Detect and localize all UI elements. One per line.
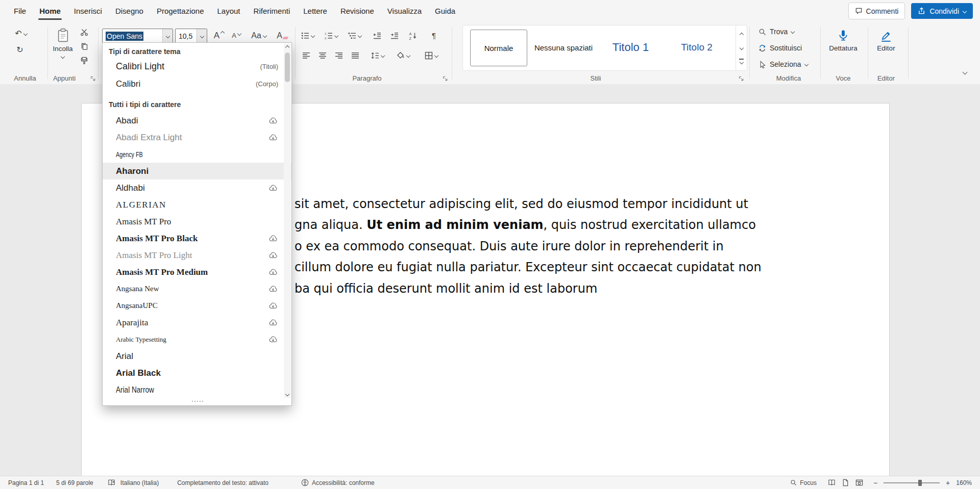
tab-progettazione[interactable]: Progettazione [150, 0, 211, 22]
styles-more-button[interactable] [736, 54, 747, 68]
zoom-out-button[interactable]: − [872, 479, 878, 487]
font-option-aldhabi[interactable]: Aldhabi [103, 179, 291, 196]
font-option-amasis-mt-pro-light[interactable]: Amasis MT Pro Light [103, 247, 291, 264]
cut-button[interactable] [78, 26, 91, 38]
font-size-dropdown-arrow[interactable] [197, 29, 207, 43]
font-option-arial-narrow[interactable]: Arial Narrow [103, 381, 291, 398]
document-text-line[interactable]: ba qui officia deserunt mollit anim id e… [295, 280, 597, 297]
tab-lettere[interactable]: Lettere [297, 0, 334, 22]
font-option-amasis-mt-pro[interactable]: Amasis MT Pro [103, 213, 291, 230]
focus-mode-button[interactable]: Focus [790, 479, 817, 486]
tab-inserisci[interactable]: Inserisci [67, 0, 109, 22]
clipboard-dialog-launcher[interactable] [90, 75, 96, 82]
numbering-button[interactable] [321, 29, 342, 42]
tab-visualizza[interactable]: Visualizza [381, 0, 428, 22]
tab-home[interactable]: Home [33, 0, 67, 22]
document-text-line[interactable]: sit amet, consectetur adipiscing elit, s… [295, 195, 748, 213]
font-option-arial[interactable]: Arial [103, 348, 291, 365]
borders-button[interactable] [420, 48, 443, 62]
font-option-algerian[interactable]: ALGERIAN [103, 196, 291, 213]
zoom-slider-thumb[interactable] [918, 480, 922, 486]
replace-button[interactable]: Sostituisci [758, 41, 802, 55]
collapse-ribbon-button[interactable] [958, 66, 972, 78]
paste-button[interactable]: Incolla [49, 26, 77, 71]
font-option-angsana-new[interactable]: Angsana New [103, 280, 291, 297]
style-titolo-2[interactable]: Titolo 2 [667, 30, 727, 65]
style-titolo-1[interactable]: Titolo 1 [601, 30, 660, 65]
dropdown-resize-grip[interactable] [103, 398, 291, 405]
font-option-aharoni[interactable]: Aharoni [103, 163, 291, 179]
align-center-button[interactable] [315, 48, 330, 62]
document-text-line[interactable]: cillum dolore eu fugiat nulla pariatur. … [295, 259, 762, 276]
proofing-status-button[interactable] [108, 479, 115, 486]
clear-formatting-button[interactable]: A [274, 29, 291, 42]
bullets-button[interactable] [297, 29, 318, 42]
font-option-amasis-mt-pro-medium[interactable]: Amasis MT Pro Medium [103, 264, 291, 280]
document-text-line[interactable]: gna aliqua. Ut enim ad minim veniam, qui… [295, 216, 756, 234]
styles-dialog-launcher[interactable] [738, 75, 745, 82]
page-indicator[interactable]: Pagina 1 di 1 [8, 479, 44, 486]
line-spacing-button[interactable] [368, 48, 388, 62]
style-nessuna-spaziatura[interactable]: Nessuna spaziati [533, 30, 594, 65]
format-painter-button[interactable] [78, 55, 91, 67]
font-size-value[interactable]: 10,5 [179, 32, 192, 40]
text-completion-status[interactable]: Completamento del testo: attivato [177, 479, 268, 486]
read-mode-button[interactable] [828, 479, 836, 486]
align-right-button[interactable] [331, 48, 347, 62]
paragraph-dialog-launcher[interactable] [442, 75, 449, 82]
zoom-slider[interactable] [884, 479, 940, 486]
change-case-button[interactable]: Aa [248, 29, 270, 42]
font-option-abadi-extra-light[interactable]: Abadi Extra Light [103, 129, 291, 146]
font-option-arabic-typesetting[interactable]: Arabic Typesetting [103, 331, 291, 348]
align-left-button[interactable] [299, 48, 314, 62]
print-layout-button[interactable] [842, 479, 849, 486]
styles-scroll-down-button[interactable] [736, 41, 747, 55]
zoom-level[interactable]: 160% [956, 479, 972, 486]
font-option-angsanaupc[interactable]: AngsanaUPC [103, 297, 291, 314]
font-name-combo[interactable]: Open Sans [102, 29, 173, 43]
decrease-indent-button[interactable] [370, 29, 385, 42]
tab-riferimenti[interactable]: Riferimenti [247, 0, 297, 22]
increase-indent-button[interactable] [387, 29, 402, 42]
dictate-button[interactable]: Dettatura [827, 26, 860, 71]
font-option-arial-black[interactable]: Arial Black [103, 365, 291, 381]
dropdown-scrollbar[interactable] [284, 43, 291, 398]
font-size-combo[interactable]: 10,5 [175, 29, 207, 43]
tab-guida[interactable]: Guida [428, 0, 462, 22]
comments-button[interactable]: Commenti [848, 3, 905, 19]
undo-button[interactable]: ↶ [11, 27, 31, 40]
select-button[interactable]: Seleziona [758, 58, 808, 71]
find-button[interactable]: Trova [758, 25, 794, 38]
font-option-agency-fb[interactable]: Agency FB [103, 146, 291, 163]
document-text-line[interactable]: o ex ea commodo consequat. Duis aute iru… [295, 238, 724, 255]
web-layout-button[interactable] [855, 479, 863, 486]
scroll-down-button[interactable] [284, 390, 291, 398]
justify-button[interactable] [348, 48, 363, 62]
scrollbar-thumb[interactable] [285, 53, 290, 82]
font-name-dropdown-arrow[interactable] [162, 29, 173, 43]
tab-layout[interactable]: Layout [211, 0, 247, 22]
tab-disegno[interactable]: Disegno [109, 0, 150, 22]
font-name-value[interactable]: Open Sans [106, 32, 143, 41]
font-option-abadi[interactable]: Abadi [103, 112, 291, 129]
grow-font-button[interactable]: A [210, 29, 228, 42]
style-normale[interactable]: Normale [470, 30, 527, 66]
font-option-calibri[interactable]: Calibri (Corpo) [103, 75, 291, 93]
shading-button[interactable] [392, 48, 414, 62]
sort-button[interactable] [405, 29, 421, 42]
language-indicator[interactable]: Italiano (Italia) [120, 479, 159, 486]
accessibility-status[interactable]: Accessibilità: conforme [301, 479, 375, 486]
zoom-in-button[interactable]: + [945, 479, 951, 487]
font-option-aparajita[interactable]: Aparajita [103, 314, 291, 331]
styles-scroll-up-button[interactable] [736, 28, 747, 42]
font-option-calibri-light[interactable]: Calibri Light (Titoli) [103, 58, 291, 75]
multilevel-list-button[interactable] [344, 29, 365, 42]
show-formatting-marks-button[interactable]: ¶ [427, 29, 441, 42]
share-button[interactable]: Condividi [911, 3, 973, 19]
scroll-up-button[interactable] [284, 43, 291, 51]
word-count[interactable]: 5 di 69 parole [56, 479, 93, 486]
copy-button[interactable] [78, 40, 91, 53]
font-option-amasis-mt-pro-black[interactable]: Amasis MT Pro Black [103, 230, 291, 247]
tab-revisione[interactable]: Revisione [334, 0, 381, 22]
tab-file[interactable]: File [7, 0, 33, 22]
